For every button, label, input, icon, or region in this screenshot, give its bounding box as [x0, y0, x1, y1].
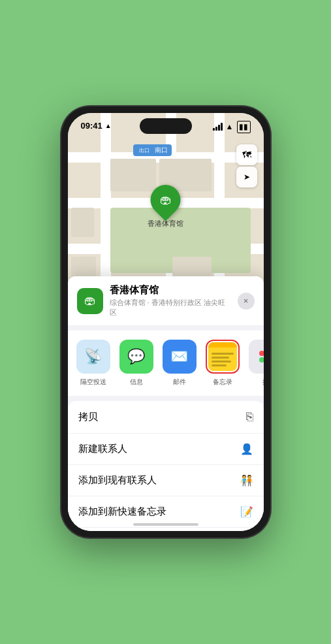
share-item-airdrop[interactable]: 📡 隔空投送 — [74, 340, 112, 387]
map-block — [172, 257, 212, 276]
phone-screen: 09:41 ▲ ▲ ▮▮ — [68, 113, 264, 531]
share-item-notes[interactable]: 备忘录 — [204, 340, 242, 387]
quick-note-icon: 📝 — [240, 506, 253, 518]
airdrop-label: 隔空投送 — [80, 378, 106, 387]
map-block — [71, 257, 96, 276]
new-contact-icon: 👤 — [240, 443, 253, 455]
mail-icon: ✉️ — [163, 340, 197, 374]
copy-icon: ⎘ — [246, 410, 253, 424]
home-indicator — [133, 523, 198, 526]
close-button[interactable]: × — [238, 293, 255, 310]
wifi-icon: ▲ — [226, 122, 234, 131]
location-arrow-icon: ▲ — [105, 122, 112, 129]
time-display: 09:41 — [81, 121, 102, 131]
actions-list: 拷贝 ⎘ 新建联系人 👤 添加到现有联系人 🧑‍🤝‍🧑 添加到新快速备忘录 📝 … — [68, 401, 264, 531]
location-header: 🏟 香港体育馆 综合体育馆 · 香港特别行政区 油尖旺区 × — [68, 276, 264, 325]
action-copy[interactable]: 拷贝 ⎘ — [68, 401, 264, 434]
quick-note-label: 添加到新快速备忘录 — [78, 506, 166, 518]
location-info: 香港体育馆 综合体育馆 · 香港特别行政区 油尖旺区 — [110, 284, 231, 317]
map-north-exit-label: 出口 南口 — [133, 144, 172, 156]
add-existing-icon: 🧑‍🤝‍🧑 — [240, 474, 253, 487]
status-time: 09:41 ▲ — [81, 121, 112, 131]
more-label: 提 — [262, 378, 264, 387]
share-item-mail[interactable]: ✉️ 邮件 — [161, 340, 198, 387]
more-icon — [249, 340, 264, 374]
new-contact-label: 新建联系人 — [78, 443, 127, 455]
notes-label: 备忘录 — [213, 378, 232, 387]
battery-icon: ▮▮ — [237, 121, 251, 133]
add-existing-label: 添加到现有联系人 — [78, 474, 157, 487]
stadium-icon: 🏟 — [84, 294, 96, 308]
signal-icon — [213, 123, 223, 131]
map-block — [71, 208, 94, 237]
action-print[interactable]: 打印 🖨 — [68, 528, 264, 531]
map-controls: 🗺 ➤ — [236, 144, 257, 187]
action-add-existing[interactable]: 添加到现有联系人 🧑‍🤝‍🧑 — [68, 465, 264, 496]
phone-frame: 09:41 ▲ ▲ ▮▮ — [61, 106, 270, 538]
location-icon: 🏟 — [77, 288, 103, 314]
share-item-message[interactable]: 💬 信息 — [118, 340, 155, 387]
notes-icon — [208, 342, 237, 371]
airdrop-icon: 📡 — [76, 340, 110, 374]
mail-label: 邮件 — [173, 378, 186, 387]
message-icon: 💬 — [119, 340, 153, 374]
location-name: 香港体育馆 — [110, 284, 231, 297]
status-icons: ▲ ▮▮ — [213, 121, 251, 133]
map-type-button[interactable]: 🗺 — [236, 144, 257, 165]
message-label: 信息 — [130, 378, 143, 387]
notes-icon-wrap — [206, 340, 240, 374]
bottom-sheet: 🏟 香港体育馆 综合体育馆 · 香港特别行政区 油尖旺区 × 📡 隔空投送 — [68, 276, 264, 531]
share-row: 📡 隔空投送 💬 信息 ✉️ 邮件 — [68, 330, 264, 396]
dynamic-island — [140, 118, 192, 134]
copy-label: 拷贝 — [78, 411, 98, 423]
pin-icon: 🏟 — [144, 178, 187, 221]
share-item-more[interactable]: 提 — [247, 340, 264, 387]
stadium-pin[interactable]: 🏟 香港体育馆 — [148, 185, 183, 229]
location-button[interactable]: ➤ — [236, 167, 257, 187]
action-new-contact[interactable]: 新建联系人 👤 — [68, 434, 264, 465]
location-subtitle: 综合体育馆 · 香港特别行政区 油尖旺区 — [110, 298, 231, 317]
